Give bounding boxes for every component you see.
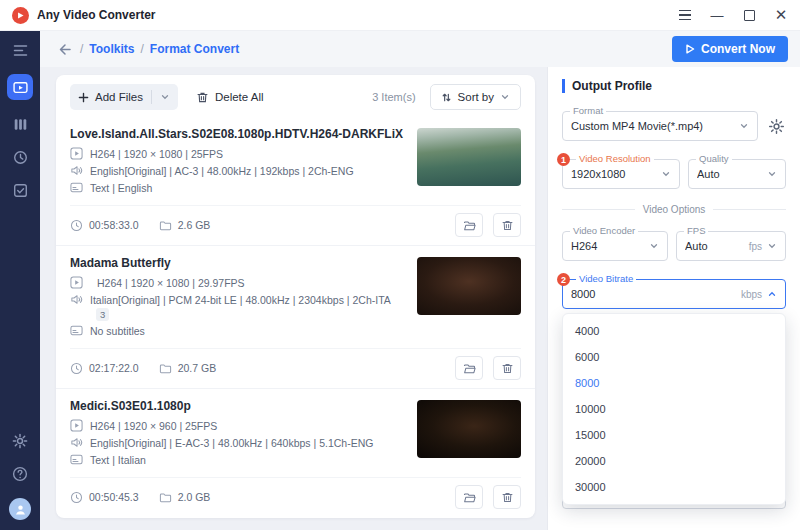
audio-info-row: Italian[Original] | PCM 24-bit LE | 48.0… <box>70 293 405 321</box>
bitrate-option[interactable]: 30000 <box>563 474 785 500</box>
bitrate-option[interactable]: 10000 <box>563 396 785 422</box>
title-bar: Any Video Converter — ✕ <box>0 0 800 31</box>
delete-item-button[interactable] <box>493 356 521 380</box>
open-folder-icon <box>463 491 476 504</box>
chevron-down-icon <box>767 241 777 251</box>
file-meta-row: 02:17:22.0 20.7 GB <box>70 348 521 380</box>
quality-label: Quality <box>696 153 732 165</box>
output-profile-panel: Output Profile Format Custom MP4 Movie(*… <box>547 67 800 530</box>
video-info-row: H264 | 1920 × 960 | 25FPS <box>70 419 405 433</box>
file-size: 2.0 GB <box>159 491 211 504</box>
subtitle-icon <box>70 453 83 466</box>
audio-info-row: English[Original] | E-AC-3 | 48.00kHz | … <box>70 436 405 450</box>
video-encoder-value: H264 <box>571 240 649 252</box>
chevron-down-icon <box>649 241 659 251</box>
video-icon <box>70 419 83 432</box>
fps-value: Auto <box>685 240 749 252</box>
file-item[interactable]: Madama Butterfly H264 | 1920 × 1080 | 29… <box>56 245 535 388</box>
video-bitrate-unit: kbps <box>741 289 762 300</box>
items-count: 3 Item(s) <box>372 91 415 103</box>
file-meta-row: 00:50:45.3 2.0 GB <box>70 477 521 509</box>
add-files-button[interactable]: Add Files <box>70 84 178 110</box>
file-item[interactable]: Love.Island.All.Stars.S02E08.1080p.HDTV.… <box>56 117 535 245</box>
chevron-down-icon <box>739 121 749 131</box>
bitrate-option[interactable]: 15000 <box>563 422 785 448</box>
video-bitrate-input[interactable]: 2 Video Bitrate 8000 kbps <box>562 279 786 309</box>
app-menu-icon[interactable] <box>678 8 692 22</box>
duration: 02:17:22.0 <box>70 362 139 375</box>
video-encoder-select[interactable]: Video Encoder H264 <box>562 231 668 261</box>
video-resolution-select[interactable]: 1 Video Resolution 1920x1080 <box>562 159 680 189</box>
file-title: Medici.S03E01.1080p <box>70 399 405 413</box>
collapse-menu-icon[interactable] <box>11 41 29 59</box>
profile-settings-icon[interactable] <box>766 116 786 136</box>
fps-unit: fps <box>749 241 762 252</box>
breadcrumb-bar: / Toolkits / Format Convert Convert Now <box>40 31 800 67</box>
sidebar-item-history[interactable] <box>11 148 29 166</box>
audio-icon <box>70 293 83 306</box>
video-resolution-label: Video Resolution <box>576 153 654 165</box>
output-profile-title: Output Profile <box>562 79 786 93</box>
folder-icon <box>159 491 172 504</box>
annotation-step-2: 2 <box>557 273 570 286</box>
trash-icon <box>501 219 514 232</box>
file-title: Love.Island.All.Stars.S02E08.1080p.HDTV.… <box>70 127 405 141</box>
help-icon[interactable] <box>11 465 29 483</box>
quality-select[interactable]: Quality Auto <box>688 159 786 189</box>
video-icon <box>70 276 83 289</box>
chevron-down-icon <box>661 169 671 179</box>
breadcrumb-separator: / <box>140 42 143 56</box>
open-folder-button[interactable] <box>455 213 483 237</box>
close-button[interactable]: ✕ <box>774 8 788 22</box>
file-list-area: Add Files Delete All 3 Item(s) <box>40 67 547 530</box>
back-arrow-icon[interactable] <box>56 40 74 58</box>
sidebar-item-columns[interactable] <box>11 115 29 133</box>
bitrate-option[interactable]: 20000 <box>563 448 785 474</box>
bitrate-option-selected[interactable]: 8000 <box>563 370 785 396</box>
audio-icon <box>70 436 83 449</box>
trash-icon <box>501 362 514 375</box>
duration: 00:58:33.0 <box>70 219 139 232</box>
user-avatar[interactable] <box>9 498 31 520</box>
play-icon <box>685 44 695 54</box>
chevron-down-icon[interactable] <box>160 92 170 102</box>
maximize-button[interactable] <box>742 8 756 22</box>
sidebar <box>0 31 40 530</box>
quality-value: Auto <box>697 168 767 180</box>
audio-icon <box>70 164 83 177</box>
app-title: Any Video Converter <box>37 8 155 22</box>
sort-by-button[interactable]: Sort by <box>430 84 521 110</box>
open-folder-button[interactable] <box>455 485 483 509</box>
clock-icon <box>70 219 83 232</box>
breadcrumb-separator: / <box>80 42 83 56</box>
subtitle-info-row: No subtitles <box>70 324 405 338</box>
clock-icon <box>70 362 83 375</box>
file-size: 20.7 GB <box>159 362 217 375</box>
fps-select[interactable]: FPS Auto fps <box>676 231 786 261</box>
video-options-divider: Video Options <box>562 204 786 215</box>
sidebar-item-video-converter[interactable] <box>7 74 33 100</box>
subtitle-info-row: Text | Italian <box>70 453 405 467</box>
file-meta-row: 00:58:33.0 2.6 GB <box>70 205 521 237</box>
window-controls: — ✕ <box>678 8 788 22</box>
delete-all-button[interactable]: Delete All <box>192 85 268 110</box>
sort-icon <box>441 92 452 103</box>
subtitle-icon <box>70 181 83 194</box>
format-select[interactable]: Format Custom MP4 Movie(*.mp4) <box>562 111 758 141</box>
settings-gear-icon[interactable] <box>11 432 29 450</box>
open-folder-button[interactable] <box>455 356 483 380</box>
bitrate-option[interactable]: 4000 <box>563 318 785 344</box>
sidebar-item-tasks[interactable] <box>11 181 29 199</box>
bitrate-option[interactable]: 6000 <box>563 344 785 370</box>
format-value: Custom MP4 Movie(*.mp4) <box>571 120 739 132</box>
video-info-row: H264 | 1920 × 1080 | 25FPS <box>70 147 405 161</box>
breadcrumb-format-convert[interactable]: Format Convert <box>150 42 239 56</box>
file-list-card: Add Files Delete All 3 Item(s) <box>56 75 535 518</box>
audio-track-count-badge[interactable]: 3 <box>96 308 109 321</box>
minimize-button[interactable]: — <box>710 8 724 22</box>
breadcrumb-toolkits[interactable]: Toolkits <box>89 42 134 56</box>
delete-item-button[interactable] <box>493 213 521 237</box>
convert-now-button[interactable]: Convert Now <box>672 36 788 62</box>
delete-item-button[interactable] <box>493 485 521 509</box>
file-item[interactable]: Medici.S03E01.1080p H264 | 1920 × 960 | … <box>56 388 535 517</box>
